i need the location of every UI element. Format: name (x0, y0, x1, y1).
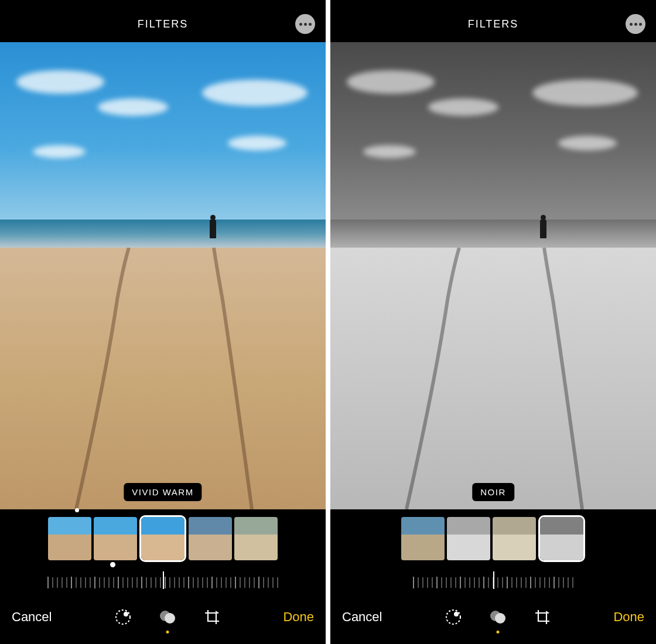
adjust-tool[interactable] (443, 607, 464, 628)
done-button[interactable]: Done (613, 609, 644, 625)
photo-subject (539, 215, 548, 239)
adjust-tool[interactable] (112, 607, 134, 628)
filter-thumb[interactable] (94, 517, 137, 560)
photo-preview[interactable]: NOIR (330, 42, 656, 509)
done-button[interactable]: Done (283, 609, 314, 625)
original-marker-dot (75, 508, 79, 512)
svg-point-1 (124, 612, 128, 616)
bottom-toolbar: Cancel Done (330, 597, 656, 644)
filter-thumb[interactable] (189, 517, 232, 560)
filter-thumb-selected[interactable] (139, 515, 186, 562)
filters-icon (158, 608, 177, 626)
header-title: FILTERS (138, 18, 189, 30)
filter-thumb[interactable] (401, 517, 445, 560)
filter-thumb[interactable] (493, 517, 536, 560)
filters-icon (488, 608, 507, 626)
slider-indicator[interactable] (493, 571, 494, 589)
intensity-slider[interactable] (0, 568, 326, 597)
adjust-icon (444, 608, 463, 626)
filter-thumb[interactable] (48, 517, 91, 560)
editor-screen-left: FILTERS VIVID WARM (0, 0, 326, 644)
filters-tool[interactable] (487, 607, 508, 628)
crop-icon (533, 608, 552, 626)
filter-name-badge: VIVID WARM (124, 483, 201, 501)
crop-icon (203, 608, 221, 626)
adjust-icon (114, 608, 132, 626)
crop-tool[interactable] (201, 607, 223, 628)
filter-thumbnails[interactable] (0, 509, 326, 568)
intensity-slider[interactable] (330, 568, 656, 597)
more-icon (299, 23, 302, 26)
photo-preview[interactable]: VIVID WARM (0, 42, 326, 509)
svg-point-8 (495, 613, 505, 624)
more-icon (630, 23, 633, 26)
filter-thumb[interactable] (447, 517, 490, 560)
slider-default-dot (110, 562, 115, 567)
header: FILTERS (0, 0, 326, 42)
photo-subject (209, 215, 217, 239)
editor-screen-right: FILTERS NOIR (330, 0, 656, 644)
cancel-button[interactable]: Cancel (342, 609, 382, 625)
crop-tool[interactable] (532, 607, 553, 628)
filter-thumb-selected[interactable] (538, 515, 585, 562)
filters-tool[interactable] (157, 607, 178, 628)
filter-thumbnails[interactable] (330, 509, 656, 568)
filter-name-badge: NOIR (472, 483, 514, 501)
svg-point-0 (116, 610, 130, 624)
filter-thumb[interactable] (234, 517, 278, 560)
bottom-toolbar: Cancel Done (0, 597, 326, 644)
header: FILTERS (330, 0, 656, 42)
cancel-button[interactable]: Cancel (12, 609, 52, 625)
svg-point-3 (165, 613, 175, 624)
more-button[interactable] (295, 14, 315, 34)
svg-point-6 (454, 612, 459, 616)
slider-indicator[interactable] (163, 571, 164, 589)
header-title: FILTERS (468, 18, 519, 30)
more-button[interactable] (626, 14, 645, 34)
svg-point-5 (446, 610, 460, 624)
